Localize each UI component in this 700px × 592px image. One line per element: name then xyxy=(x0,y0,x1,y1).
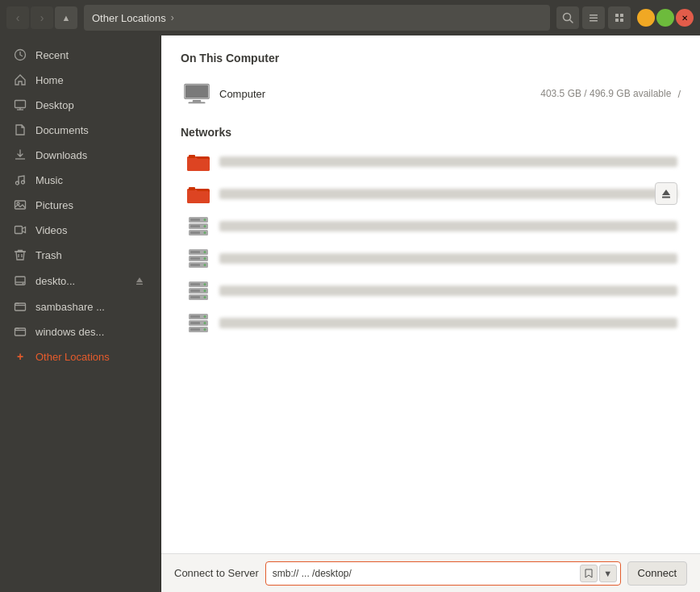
close-button[interactable]: ✕ xyxy=(676,9,694,27)
connect-server-input[interactable] xyxy=(269,568,580,579)
svg-point-43 xyxy=(204,225,206,227)
svg-point-62 xyxy=(204,296,206,298)
svg-line-1 xyxy=(570,20,573,23)
search-button[interactable] xyxy=(556,6,579,29)
connect-to-server-bar: Connect to Server ▼ Connect xyxy=(161,553,700,592)
music-icon xyxy=(13,173,27,187)
server-icon xyxy=(184,215,213,237)
svg-rect-30 xyxy=(185,85,208,98)
sidebar-item-trash[interactable]: Trash xyxy=(3,243,157,267)
svg-point-23 xyxy=(23,283,24,285)
eject-icon[interactable] xyxy=(131,273,148,289)
sidebar-item-pictures[interactable]: Pictures xyxy=(3,193,157,217)
sidebar-item-windows-des[interactable]: windows des... xyxy=(3,319,157,344)
window-controls: ✕ xyxy=(637,9,694,27)
up-button[interactable]: ▲ xyxy=(55,6,77,29)
downloads-icon xyxy=(13,148,27,162)
back-button[interactable]: ‹ xyxy=(6,6,29,29)
svg-rect-54 xyxy=(190,251,200,253)
svg-marker-24 xyxy=(136,277,143,282)
computer-storage-info: 403.5 GB / 496.9 GB available xyxy=(540,88,671,99)
svg-rect-38 xyxy=(662,197,670,198)
svg-rect-5 xyxy=(615,14,619,17)
bookmark-icon-button[interactable] xyxy=(580,565,598,582)
connect-to-server-label: Connect to Server xyxy=(174,567,259,579)
computer-name: Computer xyxy=(219,88,540,100)
documents-icon xyxy=(13,123,27,137)
network-folder-icon xyxy=(184,150,213,173)
network-item[interactable] xyxy=(181,274,681,306)
sidebar-item-label: Home xyxy=(35,74,148,86)
svg-point-61 xyxy=(204,290,206,292)
grid-view-icon xyxy=(614,12,625,23)
svg-rect-32 xyxy=(189,102,206,104)
network-item-label xyxy=(219,286,677,296)
view-grid-button[interactable] xyxy=(608,6,631,29)
sidebar-item-documents[interactable]: Documents xyxy=(3,118,157,142)
sidebar-item-desktop-drive[interactable]: deskto... xyxy=(3,268,157,294)
sidebar-item-home[interactable]: Home xyxy=(3,68,157,92)
sidebar-item-label: Other Locations xyxy=(35,351,148,363)
dropdown-arrow-button[interactable]: ▼ xyxy=(599,565,617,582)
minimize-button[interactable] xyxy=(637,9,655,27)
network-item[interactable] xyxy=(181,242,681,274)
plus-icon: + xyxy=(13,349,27,364)
network-item-label xyxy=(219,221,677,231)
network-item[interactable] xyxy=(181,210,681,242)
svg-point-53 xyxy=(204,264,206,266)
network-item-label xyxy=(219,189,677,199)
computer-row[interactable]: Computer 403.5 GB / 496.9 GB available / xyxy=(181,74,681,113)
desktop-icon xyxy=(13,98,27,112)
eject-button[interactable] xyxy=(655,182,677,205)
sidebar-item-downloads[interactable]: Downloads xyxy=(3,143,157,167)
content-scroll: On This Computer Computer 403.5 GB / 496… xyxy=(161,35,700,553)
svg-rect-27 xyxy=(15,328,26,336)
connect-button[interactable]: Connect xyxy=(627,561,687,586)
computer-slash: / xyxy=(677,88,681,100)
svg-point-69 xyxy=(204,315,206,318)
svg-rect-8 xyxy=(620,19,623,22)
breadcrumb-arrow-icon: › xyxy=(171,12,174,23)
view-list-button[interactable] xyxy=(582,6,605,29)
maximize-button[interactable] xyxy=(656,9,674,27)
svg-rect-25 xyxy=(136,284,143,286)
svg-rect-72 xyxy=(190,315,200,318)
home-icon xyxy=(13,73,27,87)
on-this-computer-heading: On This Computer xyxy=(181,52,681,65)
server-icon xyxy=(184,311,213,334)
recent-icon xyxy=(13,48,27,62)
sidebar-item-other-locations[interactable]: + Other Locations xyxy=(3,344,157,369)
sidebar-item-videos[interactable]: Videos xyxy=(3,218,157,242)
svg-rect-73 xyxy=(190,322,200,324)
svg-rect-46 xyxy=(190,225,200,227)
svg-point-51 xyxy=(204,251,206,253)
svg-rect-6 xyxy=(620,14,623,17)
network-item[interactable] xyxy=(181,145,681,177)
svg-marker-75 xyxy=(585,569,592,577)
nav-buttons: ‹ › ▲ xyxy=(6,6,77,29)
networks-heading: Networks xyxy=(181,126,681,139)
breadcrumb: Other Locations › xyxy=(84,5,550,31)
svg-rect-55 xyxy=(190,257,200,260)
sidebar-item-label: windows des... xyxy=(35,326,148,338)
sidebar-item-label: Desktop xyxy=(35,99,148,111)
network-item[interactable] xyxy=(181,177,681,210)
connect-input-wrapper: ▼ xyxy=(265,561,621,586)
windows-network-icon xyxy=(13,324,27,339)
network-item[interactable] xyxy=(181,306,681,339)
sidebar-item-label: deskto... xyxy=(35,275,123,287)
content-area: On This Computer Computer 403.5 GB / 496… xyxy=(161,35,700,592)
svg-rect-74 xyxy=(190,328,200,331)
sidebar-item-label: Downloads xyxy=(35,149,148,161)
svg-rect-45 xyxy=(190,219,200,221)
network-folder-icon xyxy=(13,299,27,314)
sidebar-item-recent[interactable]: Recent xyxy=(3,43,157,67)
server-icon xyxy=(184,247,213,269)
sidebar-item-music[interactable]: Music xyxy=(3,168,157,192)
forward-button[interactable]: › xyxy=(31,6,53,29)
sidebar-item-desktop[interactable]: Desktop xyxy=(3,93,157,117)
svg-rect-65 xyxy=(190,296,200,298)
sidebar-item-sambashare[interactable]: sambashare ... xyxy=(3,294,157,319)
list-view-icon xyxy=(588,12,599,23)
svg-point-60 xyxy=(204,283,206,286)
